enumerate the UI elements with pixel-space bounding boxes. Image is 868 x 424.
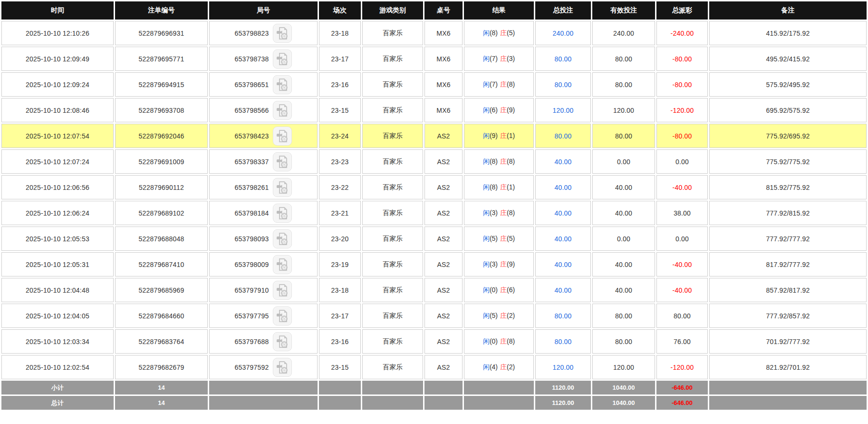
payout-cell: 38.00 [656, 201, 708, 225]
table-id-cell: AS2 [424, 175, 463, 199]
table-row[interactable]: 2025-10-10 12:10:26 522879696931 6537988… [1, 21, 867, 45]
video-button[interactable] [273, 101, 292, 120]
table-id-cell: MX6 [424, 21, 463, 45]
video-button[interactable] [273, 24, 292, 43]
table-row[interactable]: 2025-10-10 12:02:54 522879682679 6537975… [1, 355, 867, 379]
summary-empty-cell [319, 381, 361, 394]
total-bet-cell: 120.00 [535, 355, 591, 379]
player-score: (6) [490, 106, 498, 114]
payout-cell: -80.00 [656, 47, 708, 71]
col-header-game-type: 游戏类别 [362, 1, 423, 20]
remark-cell: 775.92/775.92 [709, 149, 867, 174]
player-label: 闲 [483, 363, 490, 371]
remark-cell: 775.92/695.92 [709, 124, 867, 148]
total-bet-cell: 80.00 [535, 72, 591, 97]
col-header-valid-bet: 有效投注 [592, 1, 655, 20]
banker-score: (2) [507, 363, 515, 371]
remark-cell: 415.92/175.92 [709, 21, 867, 45]
remark-cell: 817.92/777.92 [709, 252, 867, 276]
player-label: 闲 [483, 312, 490, 319]
video-button[interactable] [273, 255, 292, 274]
remark-cell: 777.92/815.92 [709, 201, 867, 225]
banker-score: (9) [507, 260, 515, 268]
video-button[interactable] [273, 127, 292, 146]
bet-id-cell: 522879689102 [115, 201, 208, 225]
table-row[interactable]: 2025-10-10 12:07:24 522879691009 6537983… [1, 149, 867, 174]
bet-time-cell: 2025-10-10 12:08:46 [1, 98, 114, 122]
video-button[interactable] [273, 75, 292, 94]
table-row[interactable]: 2025-10-10 12:03:34 522879683764 6537976… [1, 329, 867, 354]
video-button[interactable] [273, 358, 292, 377]
table-row[interactable]: 2025-10-10 12:09:24 522879694915 6537986… [1, 72, 867, 97]
table-id-cell: MX6 [424, 72, 463, 97]
bet-id-cell: 522879691009 [115, 149, 208, 174]
round-id: 653798651 [235, 81, 269, 89]
video-button[interactable] [273, 332, 292, 351]
player-score: (7) [490, 55, 498, 62]
session-cell: 23-16 [319, 329, 361, 354]
video-button[interactable] [273, 306, 292, 325]
video-button[interactable] [273, 204, 292, 223]
summary-empty-cell [209, 381, 318, 394]
game-type-cell: 百家乐 [362, 201, 423, 225]
table-row[interactable]: 2025-10-10 12:09:49 522879695771 6537987… [1, 47, 867, 71]
round-id-cell: 653798566 [209, 98, 318, 122]
banker-score: (1) [507, 132, 515, 139]
table-row[interactable]: 2025-10-10 12:04:48 522879685969 6537979… [1, 278, 867, 302]
video-button[interactable] [273, 178, 292, 197]
bet-time-cell: 2025-10-10 12:06:24 [1, 201, 114, 225]
bet-id-cell: 522879695771 [115, 47, 208, 71]
banker-label: 庄 [500, 286, 507, 294]
bet-time-cell: 2025-10-10 12:09:24 [1, 72, 114, 97]
video-button[interactable] [273, 49, 292, 69]
summary-empty-cell [464, 381, 534, 394]
video-record-icon [276, 284, 289, 297]
summary-empty-cell [209, 396, 318, 410]
video-button[interactable] [273, 152, 292, 171]
table-row[interactable]: 2025-10-10 12:05:31 522879687410 6537980… [1, 252, 867, 276]
subtotal-label: 小计 [1, 381, 114, 394]
bet-id-cell: 522879683764 [115, 329, 208, 354]
valid-bet-cell: 80.00 [592, 329, 655, 354]
video-record-icon [276, 52, 289, 66]
table-row[interactable]: 2025-10-10 12:04:05 522879684660 6537977… [1, 304, 867, 328]
table-row[interactable]: 2025-10-10 12:08:46 522879693708 6537985… [1, 98, 867, 122]
payout-cell: -40.00 [656, 252, 708, 276]
game-type-cell: 百家乐 [362, 72, 423, 97]
round-id: 653797592 [235, 364, 269, 371]
session-cell: 23-24 [319, 124, 361, 148]
banker-score: (2) [507, 312, 515, 319]
game-type-cell: 百家乐 [362, 252, 423, 276]
session-cell: 23-19 [319, 252, 361, 276]
player-score: (0) [490, 337, 498, 345]
grand-total-valid-bet: 1040.00 [592, 396, 655, 410]
banker-score: (8) [507, 209, 515, 217]
bet-records-table: 时间 注单编号 局号 场次 游戏类别 桌号 结果 总投注 有效投注 总派彩 备注… [0, 0, 868, 411]
player-label: 闲 [483, 55, 490, 62]
payout-cell: -240.00 [656, 21, 708, 45]
valid-bet-cell: 240.00 [592, 21, 655, 45]
result-cell: 闲(7)庄(8) [464, 72, 534, 97]
round-id: 653798093 [235, 235, 269, 243]
round-id: 653798823 [235, 30, 269, 37]
total-bet-cell: 40.00 [535, 201, 591, 225]
table-row[interactable]: 2025-10-10 12:07:54 522879692046 6537984… [1, 124, 867, 148]
table-row[interactable]: 2025-10-10 12:06:24 522879689102 6537981… [1, 201, 867, 225]
table-id-cell: AS2 [424, 304, 463, 328]
game-type-cell: 百家乐 [362, 21, 423, 45]
bet-time-cell: 2025-10-10 12:05:31 [1, 252, 114, 276]
player-score: (8) [490, 158, 498, 165]
valid-bet-cell: 80.00 [592, 304, 655, 328]
session-cell: 23-21 [319, 201, 361, 225]
video-button[interactable] [273, 229, 292, 248]
video-button[interactable] [273, 281, 292, 300]
banker-label: 庄 [500, 158, 507, 165]
table-row[interactable]: 2025-10-10 12:05:53 522879688048 6537980… [1, 227, 867, 251]
table-row[interactable]: 2025-10-10 12:06:56 522879690112 6537982… [1, 175, 867, 199]
total-bet-cell: 80.00 [535, 47, 591, 71]
table-id-cell: AS2 [424, 252, 463, 276]
total-bet-cell: 120.00 [535, 98, 591, 122]
round-id: 653797688 [235, 338, 269, 345]
valid-bet-cell: 0.00 [592, 227, 655, 251]
banker-score: (5) [507, 235, 515, 242]
